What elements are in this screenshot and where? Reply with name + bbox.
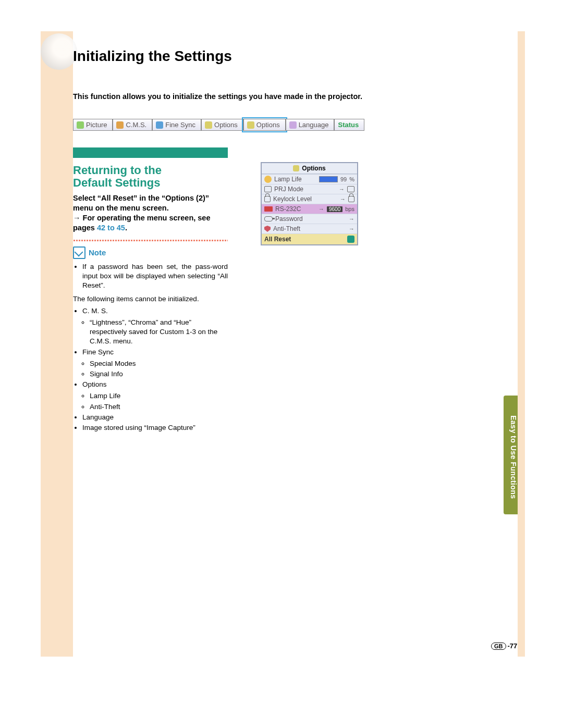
section-heading: Returning to the Default Settings (73, 164, 228, 189)
heading-line: Default Settings (73, 176, 160, 189)
page-number: GB -77 (491, 642, 517, 650)
page-number-value: -77 (508, 642, 518, 650)
note-item-finesync: Fine Sync Special Modes Signal Info (82, 348, 228, 379)
left-background-strip (41, 31, 73, 657)
lock-open-icon (348, 196, 354, 202)
note-item-label: C. M. S. (82, 307, 108, 315)
rs232c-icon (264, 206, 273, 212)
row-label: Anti-Theft (273, 225, 346, 232)
note-bullet: If a password has been set, the pass-wor… (82, 262, 228, 291)
row-unit: % (349, 176, 354, 182)
arrow-right-icon: → (340, 196, 346, 202)
options-icon (205, 121, 212, 129)
instruction-line-prefix: → For operating the menu screen, see pag… (73, 214, 211, 232)
tab-status[interactable]: Status (334, 119, 364, 131)
note-subitem: “Lightness”, “Chroma” and “Hue” respecti… (90, 318, 228, 347)
options-icon (247, 121, 254, 129)
shield-icon (264, 226, 271, 232)
arrow-right-icon: → (349, 216, 354, 222)
row-all-reset[interactable]: All Reset (262, 233, 357, 244)
instruction-text: Select “All Reset” in the “Options (2)” … (73, 193, 228, 232)
row-password[interactable]: Password → (262, 214, 357, 224)
note-item-label: Options (82, 380, 107, 388)
row-label: All Reset (264, 236, 345, 243)
section-side-tab: Easy to Use Functions (504, 396, 518, 514)
row-label: RS-232C (275, 205, 316, 213)
tab-picture[interactable]: Picture (73, 119, 113, 131)
options-icon (293, 165, 299, 171)
instruction-line-suffix: . (125, 224, 127, 232)
tab-finesync[interactable]: Fine Sync (152, 119, 201, 131)
row-keylock[interactable]: Keylock Level → (262, 194, 357, 204)
options-panel-header: Options (262, 163, 357, 174)
region-badge: GB (491, 643, 506, 650)
tab-language[interactable]: Language (286, 119, 335, 131)
note-body: If a password has been set, the pass-wor… (73, 262, 228, 433)
options-menu-panel: Options Lamp Life 99 % PRJ Mode → Keyloc… (261, 162, 358, 245)
row-value: 99 (340, 176, 347, 182)
options-panel-title: Options (302, 165, 325, 172)
title-ornament-sphere (41, 33, 77, 70)
row-prj-mode[interactable]: PRJ Mode → (262, 184, 357, 194)
tab-options-1[interactable]: Options (201, 119, 243, 131)
row-unit: bps (345, 206, 354, 212)
row-label: Password (275, 215, 346, 223)
row-rs232c-selected[interactable]: RS-232C → 9600 bps (262, 204, 357, 214)
tab-label: Options (256, 121, 280, 129)
row-label: PRJ Mode (274, 186, 336, 193)
arrow-right-icon: → (319, 206, 324, 212)
tab-label: Options (214, 121, 238, 129)
note-lead: The following items cannot be initialize… (73, 294, 228, 304)
right-accent-strip (518, 31, 525, 657)
lamp-life-bar (319, 176, 338, 182)
intro-text: This function allows you to initialize t… (73, 92, 448, 101)
lock-icon (264, 196, 271, 202)
page-title: Initializing the Settings (73, 48, 232, 65)
tab-label: Language (299, 121, 329, 129)
tab-cms[interactable]: C.M.S. (113, 119, 152, 131)
note-header: Note (73, 246, 228, 259)
language-icon (289, 121, 297, 129)
fine-sync-icon (156, 121, 163, 129)
prj-mode-glyph-icon (347, 186, 354, 192)
key-icon (264, 216, 273, 221)
row-label: Lamp Life (274, 176, 316, 183)
lamp-icon (264, 176, 272, 183)
note-subitem: Anti-Theft (90, 402, 228, 412)
tab-label: Picture (86, 121, 107, 129)
tab-label: C.M.S. (126, 121, 146, 129)
note-item-cms: C. M. S. “Lightness”, “Chroma” and “Hue”… (82, 306, 228, 347)
page-reference-link[interactable]: 42 to 45 (97, 224, 125, 232)
projector-icon (264, 186, 272, 192)
row-anti-theft[interactable]: Anti-Theft → (262, 224, 357, 233)
menu-tab-bar: Picture C.M.S. Fine Sync Options Options… (73, 119, 364, 131)
content-column: Returning to the Default Settings Select… (73, 147, 228, 434)
note-item-imagecapture: Image stored using “Image Capture” (82, 423, 228, 433)
note-label: Note (89, 248, 106, 257)
instruction-line: Select “All Reset” in the “Options (2)” … (73, 194, 209, 212)
note-subitem: Signal Info (90, 369, 228, 379)
arrow-right-icon: → (339, 186, 345, 192)
note-item-options: Options Lamp Life Anti-Theft (82, 380, 228, 412)
note-item-label: Fine Sync (82, 348, 114, 356)
note-item-language: Language (82, 413, 228, 422)
section-accent-bar (73, 147, 228, 158)
note-subitem: Special Modes (90, 359, 228, 368)
tab-options-2-selected[interactable]: Options (243, 119, 286, 131)
tab-label: Status (338, 121, 359, 129)
picture-icon (77, 121, 84, 129)
note-icon (73, 246, 85, 259)
row-label: Keylock Level (273, 195, 337, 203)
heading-line: Returning to the (73, 164, 162, 177)
cms-icon (116, 121, 124, 129)
reset-icon (347, 236, 354, 243)
dotted-rule (73, 239, 228, 241)
row-lamp-life[interactable]: Lamp Life 99 % (262, 174, 357, 184)
tab-label: Fine Sync (165, 121, 195, 129)
arrow-right-icon: → (349, 226, 354, 232)
baud-rate-badge: 9600 (327, 206, 342, 212)
note-subitem: Lamp Life (90, 391, 228, 401)
